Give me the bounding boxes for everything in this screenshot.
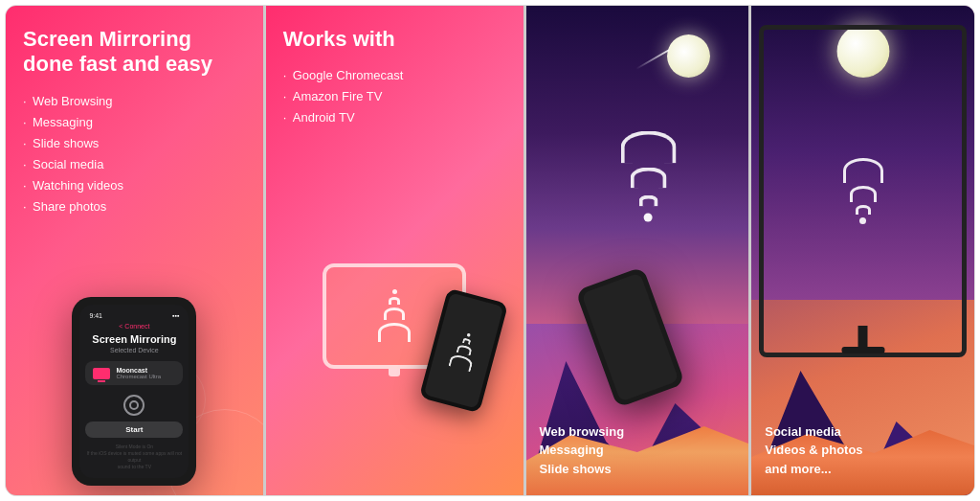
- panel-1-title: Screen Mirroring done fast and easy: [23, 27, 246, 78]
- phone-record-inner: [129, 400, 139, 410]
- wifi-signal-tablet: [378, 289, 411, 342]
- phone-screen: 9:41 ▪▪▪ < Connect Screen Mirroring Sele…: [79, 305, 189, 478]
- feature-web-browsing: Web Browsing: [23, 91, 246, 112]
- panel-tv: Social media Videos & photos and more...: [751, 6, 974, 495]
- scene-3: Web browsing Messaging Slide shows: [526, 6, 749, 495]
- wifi-signal-phone: [448, 330, 479, 371]
- phone-signal-icons: ▪▪▪: [172, 312, 179, 319]
- wifi-dot: [392, 289, 397, 294]
- wifi-dot-2: [466, 332, 470, 336]
- chromecast-icon: [93, 368, 110, 379]
- compat-list: Google Chromecast Amazon Fire TV Android…: [283, 65, 404, 128]
- phone-selected-device-label: Selected Device: [85, 347, 183, 353]
- phone-time: 9:41: [89, 312, 102, 319]
- phone-start-button[interactable]: Start: [85, 421, 183, 438]
- feature-social-media: Social media: [23, 154, 246, 175]
- wifi-large-arc-1: [638, 194, 657, 206]
- compat-firetv: Amazon Fire TV: [283, 86, 404, 107]
- wifi-arc-medium: [384, 307, 405, 320]
- tv-wifi-arc-2: [850, 186, 877, 202]
- tv-wifi-signal: [843, 158, 883, 225]
- tablet-wifi-container: [283, 146, 506, 486]
- wifi-arc-s2: [462, 336, 472, 344]
- panel-2-title: Works with: [283, 27, 395, 52]
- phone-container: 9:41 ▪▪▪ < Connect Screen Mirroring Sele…: [23, 233, 246, 486]
- phone-device-name: Mooncast: [116, 367, 161, 374]
- phone-device-info: Mooncast Chromecast Ultra: [116, 367, 161, 379]
- phone-mockup: 9:41 ▪▪▪ < Connect Screen Mirroring Sele…: [72, 297, 196, 486]
- phone-screen-title: Screen Mirroring: [85, 333, 183, 345]
- phone-device-sub: Chromecast Ultra: [116, 374, 161, 379]
- wifi-large-dot: [644, 213, 653, 221]
- tv-wifi-arc-3: [843, 158, 883, 183]
- wifi-large-arc-2: [630, 167, 666, 188]
- panel-3-caption: Web browsing Messaging Slide shows: [540, 422, 625, 479]
- phone-footer-text: Silent Mode is On If the iOS device is m…: [85, 444, 183, 470]
- moon: [667, 34, 710, 78]
- feature-slideshows: Slide shows: [23, 133, 246, 154]
- panel-mirroring: Screen Mirroring done fast and easy Web …: [6, 6, 263, 495]
- compat-chromecast: Google Chromecast: [283, 65, 404, 86]
- panel-works-with: Works with Google Chromecast Amazon Fire…: [266, 6, 523, 495]
- wifi-arc-small: [389, 297, 400, 305]
- features-list: Web Browsing Messaging Slide shows Socia…: [23, 91, 246, 218]
- wifi-arc-large: [378, 323, 411, 342]
- tv-wifi-dot: [859, 217, 866, 224]
- phone-status-bar: 9:41 ▪▪▪: [85, 312, 183, 323]
- feature-messaging: Messaging: [23, 112, 246, 133]
- feature-share-photos: Share photos: [23, 196, 246, 217]
- feature-watching-videos: Watching videos: [23, 175, 246, 196]
- panel-casting: Web browsing Messaging Slide shows: [526, 6, 749, 495]
- panel-4-caption: Social media Videos & photos and more...: [765, 422, 862, 479]
- tv-wifi-arc-1: [856, 205, 871, 215]
- compat-androidtv: Android TV: [283, 107, 404, 128]
- wifi-large-arc-3: [620, 130, 676, 163]
- phone-record-button[interactable]: [123, 395, 145, 416]
- phone-device-row: Mooncast Chromecast Ultra: [85, 361, 183, 385]
- wifi-large-signal: [620, 130, 676, 223]
- tv-stand: [841, 326, 884, 353]
- scene-4: Social media Videos & photos and more...: [751, 6, 974, 495]
- phone-nav: < Connect: [85, 323, 183, 330]
- app-store-preview: Screen Mirroring done fast and easy Web …: [5, 5, 975, 496]
